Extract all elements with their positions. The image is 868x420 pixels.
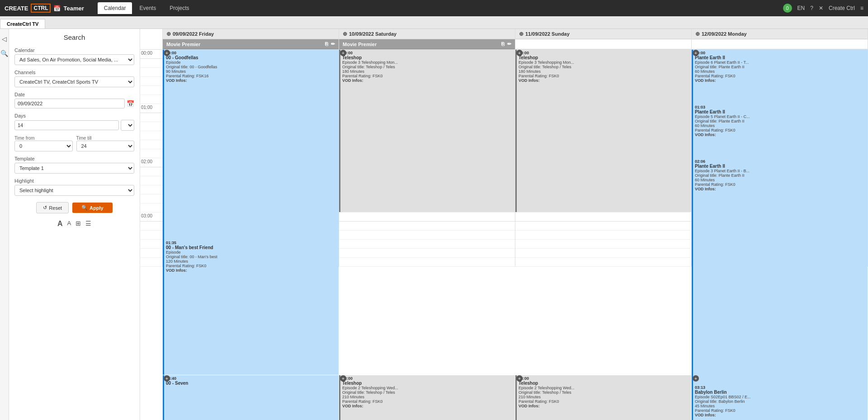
font-small-icon[interactable]: A: [67, 220, 71, 228]
calendar-event[interactable]: 03:00TeleshopEpisode 2 Teleshopping Wed.…: [339, 375, 515, 420]
add-event-sunday[interactable]: ⊕: [519, 31, 524, 37]
day-grid-col-2: 00:00TeleshopEpisode 3 Teleshopping Mon.…: [515, 50, 692, 267]
help-icon[interactable]: ?: [810, 5, 813, 11]
reset-button[interactable]: ↺ Reset: [36, 202, 69, 213]
slot-row: [339, 258, 515, 267]
slot-row: [339, 249, 515, 258]
calendar-area: ⊕ 09/09/2022 Friday Movie Premier ⎘ ✏ ⊕ …: [140, 29, 868, 420]
sidebar-title: Search: [14, 33, 134, 41]
time-slot: 01:00: [140, 104, 162, 113]
time-slot: [140, 231, 162, 240]
apply-button[interactable]: 🔍 Apply: [72, 203, 113, 213]
add-program-icon[interactable]: +: [340, 50, 346, 56]
banner-copy-icon-sat[interactable]: ⎘: [501, 41, 505, 47]
lang-selector[interactable]: EN: [797, 5, 805, 11]
time-header-col: [140, 29, 163, 49]
tab-calendar[interactable]: Calendar: [98, 2, 132, 14]
action-buttons: ↺ Reset 🔍 Apply: [14, 202, 134, 213]
event-title: 00 - Man's best Friend: [166, 245, 337, 250]
add-event-monday[interactable]: ⊕: [695, 31, 700, 37]
sidebar: Search Calendar Ad Sales, On Air Promoti…: [9, 29, 140, 420]
event-orig: Original title: Plante Earth II: [695, 173, 866, 178]
time-slot: 02:00: [140, 158, 162, 167]
days-input[interactable]: [14, 120, 119, 130]
calendar-event[interactable]: 03:13Babylon BerlinEpisode S02Ep01 BBS02…: [692, 384, 868, 420]
banner-copy-icon[interactable]: ⎘: [325, 41, 328, 47]
event-time: 00:00: [166, 51, 337, 55]
add-event-friday[interactable]: ⊕: [166, 31, 171, 37]
event-rating: Parental Rating: FSK0: [342, 74, 513, 78]
calendar-event[interactable]: 00:00TeleshopEpisode 3 Teleshopping Mon.…: [339, 50, 515, 212]
template-select[interactable]: Template 1: [14, 163, 134, 174]
time-from-select[interactable]: 0: [14, 141, 73, 151]
event-vod: VOD Infos:: [695, 132, 866, 137]
calendar-event[interactable]: 00:00TeleshopEpisode 3 Teleshopping Mon.…: [515, 50, 691, 212]
list-view-icon[interactable]: ☰: [85, 220, 91, 228]
time-slot: [140, 77, 162, 86]
event-vod: VOD Infos:: [519, 404, 689, 408]
event-orig: Original title: 00 - Man's best: [166, 255, 337, 259]
time-slot: [140, 113, 162, 122]
time-till-select[interactable]: 24: [76, 141, 135, 151]
event-rating: Parental Rating: FSK0: [695, 128, 866, 132]
calendar-label: Calendar: [14, 47, 134, 53]
slot-row: [339, 240, 515, 249]
calendar-event[interactable]: 03:4000 - Seven: [163, 375, 339, 420]
banner-edit-icon-sat[interactable]: ✏: [507, 41, 511, 47]
day-date-friday: 09/09/2022 Friday: [173, 31, 214, 37]
calendar-select[interactable]: Ad Sales, On Air Promotion, Social Media…: [14, 54, 134, 65]
event-title: Plante Earth II: [695, 55, 866, 60]
user-menu[interactable]: Create Ctrl: [829, 5, 855, 11]
calendar-event[interactable]: 01:03Plante Earth IIEpisode 5 Planet Ear…: [692, 104, 868, 158]
template-label: Template: [14, 156, 134, 161]
calendar-event[interactable]: 03:00TeleshopEpisode 2 Teleshopping Wed.…: [515, 375, 691, 420]
event-time: 00:00: [519, 51, 689, 55]
add-program-icon[interactable]: +: [516, 375, 523, 382]
collapse-icon[interactable]: ◁: [0, 33, 9, 44]
event-time: 03:40: [166, 376, 337, 381]
time-slot: [140, 68, 162, 77]
calendar-event[interactable]: 02:06Plante Earth IIEpisode 3 Planet Ear…: [692, 158, 868, 212]
event-rating: Parental Rating: FSK0: [519, 399, 689, 404]
calendar-icon: 📅: [53, 5, 61, 12]
time-slot: [140, 95, 162, 104]
add-program-icon[interactable]: +: [340, 375, 346, 382]
date-input[interactable]: [14, 99, 125, 109]
days-select[interactable]: [121, 120, 134, 131]
channel-tab-createctrl-tv[interactable]: CreateCtrl TV: [0, 19, 45, 28]
time-till-label: Time till: [76, 136, 92, 141]
calendar-event[interactable]: 01:3500 - Man's best FriendEpisodeOrigin…: [163, 240, 339, 375]
notification-badge[interactable]: 0: [783, 4, 792, 13]
template-section: Template Template 1: [14, 156, 134, 174]
calendar-date-icon[interactable]: 📅: [127, 100, 134, 107]
menu-icon[interactable]: ≡: [860, 5, 863, 11]
highlight-select[interactable]: Select highlight: [14, 185, 134, 196]
add-program-icon[interactable]: +: [693, 50, 699, 56]
tab-events[interactable]: Events: [133, 2, 162, 14]
event-duration: 60 Minutes: [695, 123, 866, 128]
event-duration: 45 Minutes: [695, 404, 866, 408]
add-program-icon[interactable]: +: [164, 50, 170, 56]
add-program-icon[interactable]: +: [164, 375, 170, 382]
slot-row: [339, 231, 515, 240]
event-duration: 60 Minutes: [695, 69, 866, 74]
event-rating: Parental Rating: FSK0: [695, 74, 866, 78]
slot-row: [515, 240, 691, 249]
add-program-icon[interactable]: +: [516, 50, 523, 56]
event-title: 00 - Seven: [166, 381, 337, 386]
event-duration: 60 Minutes: [695, 178, 866, 182]
slot-row: [515, 258, 691, 267]
add-program-icon[interactable]: +: [693, 375, 699, 382]
event-time: 03:13: [695, 385, 866, 390]
search-icon[interactable]: 🔍: [0, 48, 10, 59]
app-name: Teamer: [63, 5, 84, 12]
channels-select[interactable]: CreateCtrl TV, CreateCtrl Sports TV: [14, 76, 134, 87]
grid-view-icon[interactable]: ⊞: [75, 220, 81, 228]
add-event-saturday[interactable]: ⊕: [343, 31, 347, 37]
close-icon[interactable]: ✕: [819, 5, 823, 11]
tab-projects[interactable]: Projects: [163, 2, 195, 14]
event-type: Episode: [166, 60, 337, 65]
banner-edit-icon[interactable]: ✏: [331, 41, 335, 47]
font-large-icon[interactable]: A: [57, 220, 63, 228]
event-type: Episode 2 Teleshopping Wed...: [342, 386, 513, 390]
